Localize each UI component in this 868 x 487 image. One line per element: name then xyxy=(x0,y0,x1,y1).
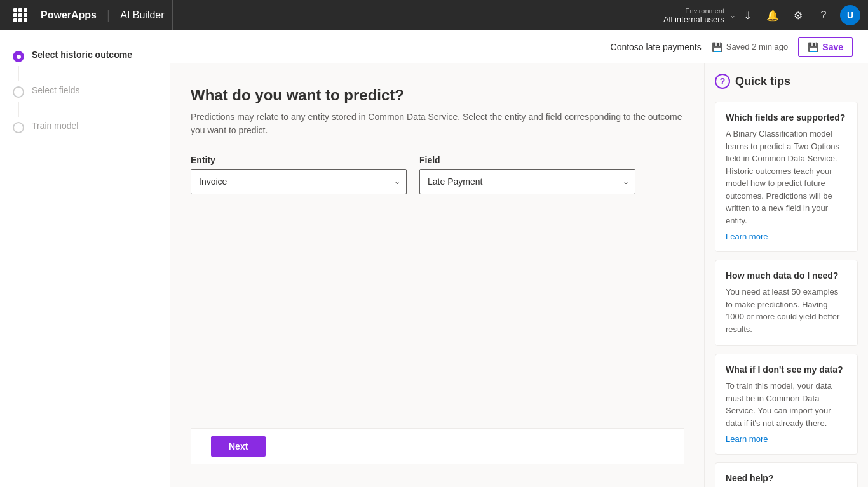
settings-button[interactable]: ⚙ xyxy=(787,4,810,27)
save-button[interactable]: 💾 Save xyxy=(798,37,853,57)
qt-card-need-help: Need help? xyxy=(715,462,858,487)
notifications-button[interactable]: 🔔 xyxy=(761,4,784,27)
environment-label: Environment xyxy=(685,7,724,15)
environment-value: All internal users xyxy=(663,15,724,24)
qt-card-data-needed: How much data do I need? You need at lea… xyxy=(715,260,858,346)
sidebar-item-select-historic-outcome[interactable]: Select historic outcome xyxy=(0,43,170,69)
quick-tips-icon: ? xyxy=(715,74,730,89)
page-body: What do you want to predict? Predictions… xyxy=(170,63,868,487)
step-3-circle xyxy=(13,122,24,133)
waffle-menu-button[interactable] xyxy=(8,0,33,30)
page-title: What do you want to predict? xyxy=(191,86,684,104)
next-button[interactable]: Next xyxy=(211,436,266,457)
step-1-label: Select historic outcome xyxy=(32,50,132,60)
entity-select[interactable]: Invoice xyxy=(191,169,407,194)
qt-card-4-title: Need help? xyxy=(726,473,847,483)
sidebar: Select historic outcome Select fields Tr… xyxy=(0,30,170,487)
field-select-wrapper: Late Payment ⌄ xyxy=(419,169,635,194)
qt-card-1-title: Which fields are supported? xyxy=(726,112,847,123)
qt-card-3-learn-more-link[interactable]: Learn more xyxy=(726,434,847,444)
field-label: Field xyxy=(419,155,635,165)
entity-field-row: Entity Invoice ⌄ Field L xyxy=(191,155,684,194)
qt-card-1-learn-more-link[interactable]: Learn more xyxy=(726,232,847,241)
field-field-group: Field Late Payment ⌄ xyxy=(419,155,635,194)
download-button[interactable]: ⇓ xyxy=(736,4,759,27)
subheader: Contoso late payments 💾 Saved 2 min ago … xyxy=(170,30,868,63)
step-3-label: Train model xyxy=(32,121,78,131)
qt-card-2-title: How much data do I need? xyxy=(726,270,847,281)
environment-selector[interactable]: Environment All internal users ⌄ xyxy=(663,7,736,24)
qt-card-1-body: A Binary Classification model learns to … xyxy=(726,128,847,227)
quick-tips-header: ? Quick tips xyxy=(715,74,858,89)
step-2-circle xyxy=(13,86,24,98)
main-content: Contoso late payments 💾 Saved 2 min ago … xyxy=(170,30,868,487)
save-button-label: Save xyxy=(822,42,843,52)
qt-card-3-body: To train this model, your data must be i… xyxy=(726,380,847,429)
quick-tips-panel: ? Quick tips Which fields are supported?… xyxy=(704,63,868,487)
waffle-icon xyxy=(13,8,27,22)
entity-label: Entity xyxy=(191,155,407,165)
help-button[interactable]: ? xyxy=(812,4,835,27)
top-navigation: PowerApps | AI Builder Environment All i… xyxy=(0,0,868,30)
step-1-circle xyxy=(13,51,24,62)
form-area: What do you want to predict? Predictions… xyxy=(170,63,704,487)
sidebar-item-select-fields[interactable]: Select fields xyxy=(0,79,170,104)
quick-tips-title: Quick tips xyxy=(735,75,790,88)
qt-card-3-title: What if I don't see my data? xyxy=(726,364,847,375)
field-select[interactable]: Late Payment xyxy=(419,169,635,194)
qt-card-2-body: You need at least 50 examples to make pr… xyxy=(726,286,847,335)
step-2-label: Select fields xyxy=(32,85,79,95)
app-body: Select historic outcome Select fields Tr… xyxy=(0,30,868,487)
bottom-bar: Next xyxy=(191,428,684,464)
topnav-icon-group: ⇓ 🔔 ⚙ ? U xyxy=(736,4,860,27)
save-icon: 💾 xyxy=(712,42,722,52)
qt-card-fields-supported: Which fields are supported? A Binary Cla… xyxy=(715,102,858,252)
environment-chevron-icon: ⌄ xyxy=(729,11,736,20)
sidebar-item-train-model[interactable]: Train model xyxy=(0,114,170,140)
save-button-icon: 💾 xyxy=(808,42,818,52)
entity-select-wrapper: Invoice ⌄ xyxy=(191,169,407,194)
aibuilder-label: AI Builder xyxy=(110,10,164,21)
qt-card-no-data: What if I don't see my data? To train th… xyxy=(715,354,858,455)
powerapps-label: PowerApps xyxy=(41,10,107,21)
avatar[interactable]: U xyxy=(840,5,860,25)
saved-status: 💾 Saved 2 min ago xyxy=(712,42,789,52)
app-branding: PowerApps | AI Builder xyxy=(33,0,173,30)
saved-text: Saved 2 min ago xyxy=(726,42,789,51)
page-description: Predictions may relate to any entity sto… xyxy=(191,110,684,137)
entity-field-group: Entity Invoice ⌄ xyxy=(191,155,407,194)
project-name: Contoso late payments xyxy=(611,42,702,52)
